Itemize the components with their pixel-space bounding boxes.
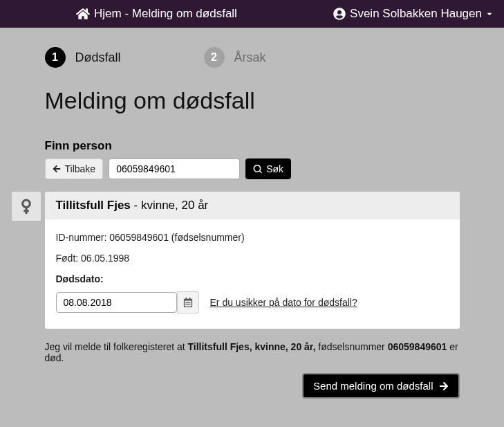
breadcrumb: Hjem - Melding om dødsfall — [94, 7, 237, 21]
arrow-left-icon — [53, 165, 61, 173]
step-label: Årsak — [234, 51, 266, 65]
user-menu[interactable]: Svein Solbakken Haugen — [333, 7, 493, 21]
search-icon — [253, 165, 262, 174]
step-2[interactable]: 2 Årsak — [204, 47, 266, 68]
step-label: Dødsfall — [75, 51, 121, 65]
arrow-right-icon — [439, 381, 449, 391]
summary-notice: Jeg vil melde til folkeregisteret at Til… — [45, 341, 460, 363]
person-card: Tillitsfull Fjes - kvinne, 20 år ID-numm… — [45, 192, 460, 329]
page-title: Melding om dødsfall — [45, 87, 460, 114]
back-label: Tilbake — [65, 163, 96, 174]
death-date-label: Dødsdato: — [56, 273, 449, 284]
submit-button[interactable]: Send melding om dødsfall — [302, 373, 459, 399]
user-icon — [333, 8, 346, 20]
chevron-down-icon — [486, 10, 493, 17]
home-icon — [76, 8, 90, 20]
stepper: 1 Dødsfall 2 Årsak — [45, 47, 460, 68]
calendar-icon — [183, 298, 193, 307]
step-number: 2 — [204, 47, 225, 68]
step-number: 1 — [45, 47, 66, 68]
top-bar: Hjem - Melding om dødsfall Svein Solbakk… — [0, 0, 504, 28]
death-date-input[interactable] — [56, 292, 177, 313]
gender-badge — [12, 192, 41, 221]
search-button-label: Søk — [266, 163, 283, 174]
back-button[interactable]: Tilbake — [45, 158, 104, 179]
submit-label: Send melding om dødsfall — [313, 380, 433, 392]
id-number-line: ID-nummer: 06059849601 (fødselsnummer) — [56, 232, 449, 243]
calendar-button[interactable] — [177, 291, 199, 314]
find-person-label: Finn person — [45, 139, 460, 153]
person-name: Tillitsfull Fjes — [56, 199, 131, 212]
search-button[interactable]: Søk — [245, 158, 291, 179]
step-1[interactable]: 1 Dødsfall — [45, 47, 121, 68]
date-help-link[interactable]: Er du usikker på dato for dødsfall? — [210, 297, 357, 308]
venus-icon — [21, 198, 32, 215]
born-line: Født: 06.05.1998 — [56, 253, 449, 264]
user-name: Svein Solbakken Haugen — [350, 7, 482, 21]
search-input[interactable] — [109, 158, 240, 179]
home-link[interactable]: Hjem - Melding om dødsfall — [76, 7, 237, 21]
person-suffix: - kvinne, 20 år — [131, 199, 208, 212]
person-header: Tillitsfull Fjes - kvinne, 20 år — [45, 192, 460, 219]
search-row: Tilbake Søk — [45, 158, 460, 179]
